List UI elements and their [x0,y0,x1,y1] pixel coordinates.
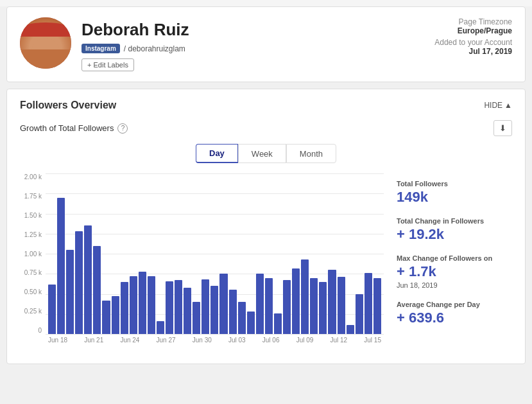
bar-chart: 2.00 k 1.75 k 1.50 k 1.25 k 1.00 k 0.75 … [20,173,384,353]
x-label-jul03: Jul 03 [228,337,246,344]
x-axis: Jun 18 Jun 21 Jun 24 Jun 27 Jun 30 Jul 0… [46,334,384,353]
avg-change-stat: Average Change per Day + 639.6 [397,301,512,326]
total-change-stat: Total Change in Followers + 19.2k [397,217,512,243]
max-change-date: Jun 18, 2019 [397,281,512,289]
bar-item [356,294,363,335]
bar-item [274,313,282,335]
bar-item [328,270,336,334]
bar-item [193,302,200,334]
x-label-jul12: Jul 12 [330,337,347,344]
chart-label-row: Growth of Total Followers ? [20,123,128,134]
chart-label: Growth of Total Followers [20,123,114,133]
bar-item [347,325,354,334]
time-tabs: Day Week Month [20,144,512,163]
avg-change-value: + 639.6 [397,310,512,326]
bar-item [84,225,92,334]
y-label-200: 2.00 k [20,173,46,180]
chart-stats-row: 2.00 k 1.75 k 1.50 k 1.25 k 1.00 k 0.75 … [20,173,512,353]
x-label-jul06: Jul 06 [262,337,280,344]
help-icon: ? [117,123,128,134]
profile-right: Page Timezone Europe/Prague Added to you… [434,17,512,58]
bar-item [48,285,56,335]
bar-item [229,290,237,334]
total-followers-stat: Total Followers 149k [397,180,512,206]
chevron-up-icon: ▲ [504,101,512,110]
hide-button[interactable]: HIDE ▲ [484,101,512,110]
bar-item [157,321,164,334]
x-label-jun21: Jun 21 [84,337,103,344]
bar-item [184,288,191,335]
chart-section-header: Growth of Total Followers ? ⬇ [20,120,512,136]
bar-item [210,286,218,334]
y-label-075: 0.75 k [20,269,46,276]
profile-left: Deborah Ruiz Instagram / deborahruizglam… [20,17,189,71]
bar-item [265,278,273,335]
y-label-100: 1.00 k [20,250,46,258]
y-label-125: 1.25 k [20,231,46,238]
bar-item [202,279,209,334]
y-axis: 2.00 k 1.75 k 1.50 k 1.25 k 1.00 k 0.75 … [20,173,46,334]
total-change-value: + 19.2k [397,226,512,243]
bar-item [121,282,128,334]
avatar [20,17,71,69]
y-label-025: 0.25 k [20,308,46,315]
avg-change-label: Average Change per Day [397,301,512,308]
followers-title: Followers Overview [20,100,116,111]
bar-item [66,250,74,334]
bar-item [139,272,146,335]
timezone-value: Europe/Prague [458,26,512,35]
followers-header: Followers Overview HIDE ▲ [20,100,512,111]
x-labels: Jun 18 Jun 21 Jun 24 Jun 27 Jun 30 Jul 0… [46,334,384,344]
followers-card: Followers Overview HIDE ▲ Growth of Tota… [6,89,526,364]
bar-item [112,296,119,334]
bar-item [57,198,65,335]
bar-item [148,276,155,334]
edit-labels-button[interactable]: + Edit Labels [82,58,134,71]
bar-item [373,278,381,335]
bar-item [256,274,264,334]
max-change-stat: Max Change of Followers on + 1.7k Jun 18… [397,254,512,289]
added-date: Jul 17, 2019 [469,47,512,56]
stats-panel: Total Followers 149k Total Change in Fol… [397,173,512,353]
x-label-jun24: Jun 24 [120,337,139,344]
download-button[interactable]: ⬇ [493,120,512,136]
bar-item [319,282,327,334]
profile-card: Deborah Ruiz Instagram / deborahruizglam… [6,6,526,82]
bar-item [166,281,173,335]
profile-name: Deborah Ruiz [82,20,189,40]
bar-item [301,259,309,334]
bar-item [93,246,101,335]
total-followers-value: 149k [397,189,512,206]
chart-area: 2.00 k 1.75 k 1.50 k 1.25 k 1.00 k 0.75 … [20,173,384,353]
bar-item [338,277,345,334]
tab-month[interactable]: Month [286,144,336,163]
download-icon: ⬇ [499,123,506,133]
tab-week[interactable]: Week [238,144,286,163]
added-label: Added to your Account [434,38,512,47]
tab-day[interactable]: Day [196,144,238,163]
max-change-value: + 1.7k [397,263,512,280]
y-label-150: 1.50 k [20,212,46,219]
bar-item [365,273,372,334]
bar-item [75,231,83,334]
total-followers-label: Total Followers [397,180,512,188]
profile-handle: / deborahruizglam [124,44,185,53]
bar-item [130,276,137,334]
x-label-jul15: Jul 15 [364,337,381,344]
bar-item [175,280,182,334]
bar-item [292,268,300,335]
y-label-175: 1.75 k [20,193,46,200]
x-label-jun27: Jun 27 [157,337,176,344]
bar-item [219,274,227,334]
total-change-label: Total Change in Followers [397,217,512,225]
timezone-label: Page Timezone [459,17,512,26]
bar-item [283,280,291,334]
y-label-000: 0 [20,327,46,334]
bar-item [247,312,255,334]
x-label-jun18: Jun 18 [48,337,67,344]
x-label-jun30: Jun 30 [193,337,212,344]
y-label-050: 0.50 k [20,288,46,295]
profile-platform: Instagram / deborahruizglam [82,44,189,53]
bar-item [238,302,246,334]
bar-item [102,301,110,335]
